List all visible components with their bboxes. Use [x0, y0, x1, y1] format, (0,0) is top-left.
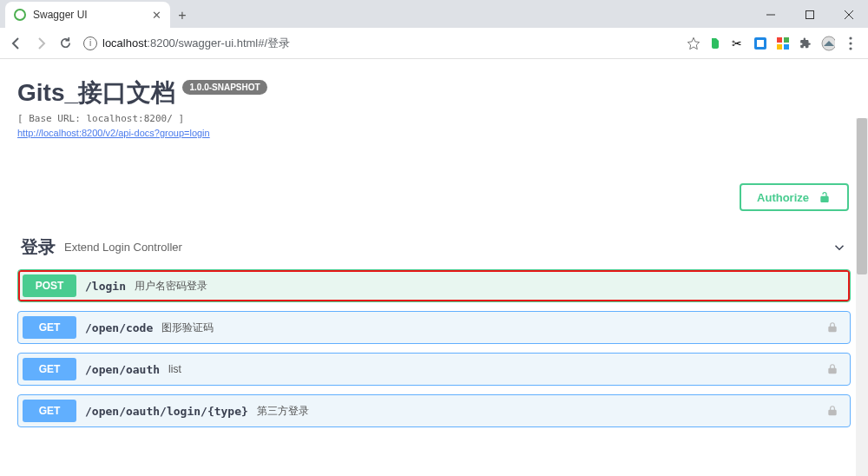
- window-minimize-button[interactable]: [751, 2, 790, 28]
- lock-icon[interactable]: [826, 363, 845, 375]
- api-version-badge: 1.0.0-SNAPSHOT: [182, 80, 266, 95]
- operation-summary: 第三方登录: [257, 404, 309, 419]
- site-info-icon[interactable]: i: [83, 36, 97, 50]
- blue-square-ext-icon[interactable]: [753, 36, 767, 50]
- operation-row[interactable]: GET/open/oauth/login/{type}第三方登录: [17, 394, 851, 427]
- browser-menu-icon[interactable]: [844, 36, 858, 50]
- url-port: :8200: [147, 36, 175, 50]
- svg-rect-7: [777, 37, 782, 43]
- browser-titlebar: Swagger UI ✕ +: [0, 0, 868, 28]
- bookmark-star-icon[interactable]: [684, 34, 703, 53]
- svg-rect-1: [806, 11, 813, 19]
- url-path: /swagger-ui.html#/登录: [175, 36, 290, 50]
- nav-reload-button[interactable]: [56, 34, 75, 53]
- tag-name: 登录: [21, 235, 56, 259]
- http-method-badge: GET: [23, 358, 76, 380]
- grid-ext-icon[interactable]: [776, 36, 790, 50]
- browser-tab[interactable]: Swagger UI ✕: [5, 2, 170, 28]
- api-title: Gits_接口文档: [17, 76, 175, 109]
- operation-summary: list: [168, 363, 181, 375]
- new-tab-button[interactable]: +: [170, 3, 194, 28]
- url-host: localhost: [102, 36, 147, 50]
- svg-rect-6: [757, 40, 764, 47]
- tag-section: 登录 Extend Login Controller POST/login用户名…: [17, 228, 851, 427]
- extensions-puzzle-icon[interactable]: [799, 36, 812, 50]
- operation-row[interactable]: GET/open/code图形验证码: [17, 311, 851, 344]
- page-viewport[interactable]: Gits_接口文档 1.0.0-SNAPSHOT [ Base URL: loc…: [0, 59, 868, 476]
- operation-path: /open/oauth/login/{type}: [85, 405, 248, 418]
- operation-summary: 用户名密码登录: [135, 279, 207, 294]
- svg-rect-9: [777, 44, 782, 50]
- base-url: [ Base URL: localhost:8200/ ]: [17, 113, 851, 124]
- operation-path: /login: [85, 280, 126, 293]
- lock-icon[interactable]: [826, 405, 845, 417]
- scissors-ext-icon[interactable]: ✂: [731, 36, 745, 50]
- svg-rect-10: [784, 44, 789, 50]
- svg-point-13: [849, 42, 852, 44]
- window-maximize-button[interactable]: [790, 2, 829, 28]
- browser-address-bar: i localhost:8200/swagger-ui.html#/登录 ✂: [0, 28, 868, 59]
- api-docs-link[interactable]: http://localhost:8200/v2/api-docs?group=…: [17, 128, 210, 138]
- operation-summary: 图形验证码: [161, 321, 214, 335]
- vertical-scrollbar[interactable]: [856, 118, 868, 476]
- api-header: Gits_接口文档 1.0.0-SNAPSHOT [ Base URL: loc…: [17, 76, 851, 140]
- authorize-label: Authorize: [757, 191, 809, 204]
- scrollbar-thumb[interactable]: [857, 118, 867, 274]
- svg-point-12: [849, 36, 852, 39]
- browser-extensions: ✂: [708, 36, 861, 50]
- window-controls: [751, 2, 868, 28]
- authorize-button[interactable]: Authorize: [740, 183, 849, 211]
- tag-description: Extend Login Controller: [64, 241, 182, 254]
- svg-rect-8: [784, 37, 789, 43]
- operation-path: /open/oauth: [85, 363, 160, 376]
- http-method-badge: GET: [23, 400, 76, 422]
- operation-path: /open/code: [85, 321, 153, 334]
- evernote-ext-icon[interactable]: [708, 36, 722, 50]
- lock-open-icon: [818, 190, 832, 204]
- operation-row[interactable]: POST/login用户名密码登录: [17, 269, 851, 302]
- http-method-badge: GET: [23, 316, 76, 339]
- url-box[interactable]: i localhost:8200/swagger-ui.html#/登录: [80, 36, 679, 51]
- svg-point-14: [849, 47, 852, 50]
- window-close-button[interactable]: [829, 2, 868, 28]
- tag-header[interactable]: 登录 Extend Login Controller: [17, 228, 851, 269]
- tab-title: Swagger UI: [33, 9, 152, 21]
- nav-back-button[interactable]: [7, 34, 26, 53]
- http-method-badge: POST: [23, 274, 76, 297]
- profile-avatar-icon[interactable]: [821, 36, 835, 50]
- chevron-down-icon: [832, 240, 847, 255]
- lock-icon[interactable]: [826, 321, 845, 334]
- nav-forward-button[interactable]: [31, 34, 50, 53]
- swagger-favicon: [14, 9, 26, 21]
- close-tab-icon[interactable]: ✕: [152, 9, 161, 22]
- svg-text:✂: ✂: [732, 37, 742, 50]
- operation-row[interactable]: GET/open/oauthlist: [17, 353, 851, 386]
